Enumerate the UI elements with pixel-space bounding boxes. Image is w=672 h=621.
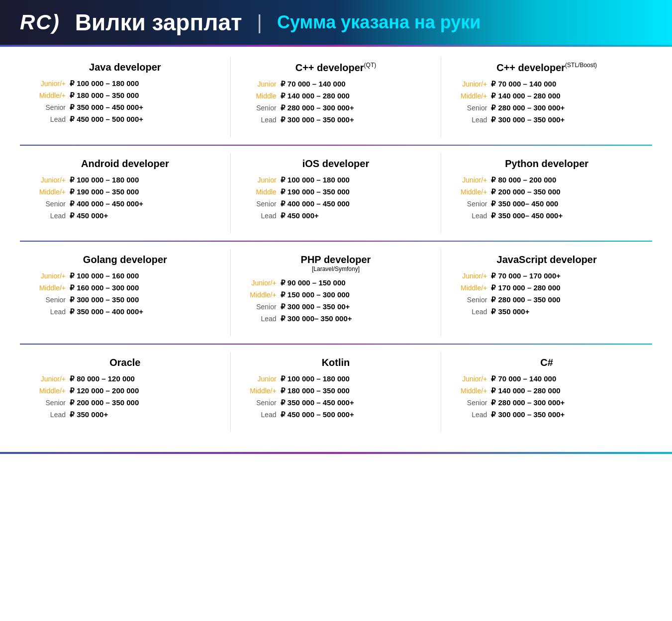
salary-row: Junior/+₽ 70 000 – 170 000+ [451, 271, 642, 280]
specialty-block: C++ developer(STL/Boost)Junior/+₽ 70 000… [441, 57, 652, 137]
header-title: Вилки зарплат [75, 9, 242, 36]
salary-value: ₽ 300 000 – 350 000+ [491, 115, 565, 124]
level-label: Middle/+ [30, 284, 66, 292]
level-label: Senior [241, 303, 277, 311]
level-label: Lead [451, 116, 487, 124]
level-label: Lead [241, 212, 277, 220]
salary-row: Junior₽ 100 000 – 180 000 [241, 176, 431, 184]
salary-row: Middle/+₽ 200 000 – 350 000 [451, 187, 642, 196]
level-label: Junior [241, 80, 277, 88]
level-label: Lead [451, 308, 487, 316]
header: RC) Вилки зарплат | Сумма указана на рук… [0, 0, 672, 45]
section-section2: Android developerJunior/+₽ 100 000 – 180… [20, 153, 652, 233]
specialty-title: Oracle [30, 357, 220, 368]
salary-row: Lead₽ 450 000 – 500 000+ [241, 410, 431, 419]
salary-value: ₽ 160 000 – 300 000 [70, 283, 139, 292]
salary-value: ₽ 100 000 – 180 000 [281, 374, 350, 383]
salary-row: Senior₽ 350 000– 450 000 [451, 199, 642, 208]
salary-value: ₽ 170 000 – 280 000 [491, 283, 560, 292]
specialty-block: KotlinJunior₽ 100 000 – 180 000Middle/+₽… [231, 352, 442, 432]
level-label: Senior [30, 399, 66, 407]
section-divider [20, 344, 652, 345]
level-label: Junior/+ [451, 272, 487, 280]
salary-value: ₽ 100 000 – 160 000 [70, 271, 139, 280]
specialty-title: Kotlin [241, 357, 431, 368]
salary-value: ₽ 450 000 – 500 000+ [70, 115, 143, 124]
level-label: Middle/+ [30, 91, 66, 99]
salary-value: ₽ 70 000 – 140 000 [491, 374, 556, 383]
specialty-block: C#Junior/+₽ 70 000 – 140 000Middle/+₽ 14… [441, 352, 652, 432]
level-label: Senior [451, 104, 487, 112]
salary-row: Lead₽ 450 000 – 500 000+ [30, 115, 220, 124]
salary-row: Lead₽ 350 000 – 400 000+ [30, 307, 220, 316]
salary-value: ₽ 450 000 – 500 000+ [281, 410, 354, 419]
level-label: Senior [451, 399, 487, 407]
salary-value: ₽ 70 000 – 140 000 [491, 80, 556, 89]
salary-value: ₽ 300 000– 350 000+ [281, 314, 352, 323]
specialty-title: Java developer [30, 62, 220, 73]
level-label: Senior [451, 296, 487, 304]
level-label: Senior [241, 399, 277, 407]
salary-value: ₽ 70 000 – 140 000 [281, 80, 346, 89]
salary-row: Junior/+₽ 90 000 – 150 000 [241, 278, 431, 287]
specialty-block: Android developerJunior/+₽ 100 000 – 180… [20, 153, 231, 233]
sections-container: Java developerJunior/+₽ 100 000 – 180 00… [20, 57, 652, 432]
level-label: Junior/+ [30, 375, 66, 383]
level-label: Middle [241, 92, 277, 100]
section-section4: OracleJunior/+₽ 80 000 – 120 000Middle/+… [20, 352, 652, 432]
level-label: Lead [30, 308, 66, 316]
specialty-block: JavaScript developerJunior/+₽ 70 000 – 1… [441, 249, 652, 336]
salary-value: ₽ 140 000 – 280 000 [491, 386, 560, 395]
salary-value: ₽ 80 000 – 120 000 [70, 374, 135, 383]
level-label: Middle/+ [30, 188, 66, 196]
specialty-title: PHP developer[Laravel/Symfony] [241, 254, 431, 272]
salary-row: Lead₽ 300 000– 350 000+ [241, 314, 431, 323]
salary-value: ₽ 350 000+ [491, 307, 529, 316]
salary-value: ₽ 280 000 – 300 000+ [281, 103, 354, 112]
salary-row: Middle/+₽ 120 000 – 200 000 [30, 386, 220, 395]
salary-row: Senior₽ 280 000 – 300 000+ [451, 103, 642, 112]
specialty-title: iOS developer [241, 158, 431, 170]
specialty-title: JavaScript developer [451, 254, 642, 266]
salary-row: Middle/+₽ 150 000 – 300 000 [241, 290, 431, 299]
grid-section1: Java developerJunior/+₽ 100 000 – 180 00… [20, 57, 652, 137]
specialty-title: Android developer [30, 158, 220, 170]
salary-row: Junior/+₽ 100 000 – 160 000 [30, 271, 220, 280]
salary-row: Middle/+₽ 160 000 – 300 000 [30, 283, 220, 292]
salary-row: Middle/+₽ 170 000 – 280 000 [451, 283, 642, 292]
content: Java developerJunior/+₽ 100 000 – 180 00… [0, 47, 672, 447]
level-label: Lead [451, 411, 487, 419]
salary-value: ₽ 280 000 – 350 000 [491, 295, 560, 304]
level-label: Middle/+ [451, 92, 487, 100]
salary-row: Middle/+₽ 140 000 – 280 000 [451, 386, 642, 395]
salary-row: Middle/+₽ 190 000 – 350 000 [30, 187, 220, 196]
salary-row: Senior₽ 280 000 – 350 000 [451, 295, 642, 304]
salary-row: Middle/+₽ 180 000 – 350 000 [241, 386, 431, 395]
grid-section2: Android developerJunior/+₽ 100 000 – 180… [20, 153, 652, 233]
salary-row: Senior₽ 400 000 – 450 000+ [30, 199, 220, 208]
salary-value: ₽ 90 000 – 150 000 [281, 278, 346, 287]
header-subtitle: Сумма указана на руки [277, 12, 481, 33]
salary-value: ₽ 280 000 – 300 000+ [491, 398, 565, 407]
salary-value: ₽ 350 000– 450 000+ [491, 211, 563, 220]
salary-row: Lead₽ 300 000 – 350 000+ [451, 115, 642, 124]
specialty-title: Golang developer [30, 254, 220, 266]
level-label: Junior/+ [30, 272, 66, 280]
level-label: Junior/+ [451, 375, 487, 383]
level-label: Lead [30, 411, 66, 419]
salary-value: ₽ 200 000 – 350 000 [70, 398, 139, 407]
salary-row: Junior/+₽ 80 000 – 200 000 [451, 176, 642, 184]
level-label: Middle/+ [241, 387, 277, 395]
salary-row: Senior₽ 400 000 – 450 000 [241, 199, 431, 208]
salary-value: ₽ 190 000 – 350 000 [281, 187, 350, 196]
salary-row: Lead₽ 300 000 – 350 000+ [451, 410, 642, 419]
level-label: Senior [30, 200, 66, 208]
bottom-border [0, 452, 672, 454]
level-label: Lead [241, 315, 277, 323]
salary-row: Senior₽ 300 000 – 350 00+ [241, 302, 431, 311]
salary-value: ₽ 100 000 – 180 000 [70, 79, 139, 88]
salary-row: Junior/+₽ 70 000 – 140 000 [451, 80, 642, 89]
salary-row: Middle/+₽ 140 000 – 280 000 [451, 91, 642, 100]
salary-value: ₽ 350 000– 450 000 [491, 199, 558, 208]
salary-row: Middle₽ 190 000 – 350 000 [241, 187, 431, 196]
